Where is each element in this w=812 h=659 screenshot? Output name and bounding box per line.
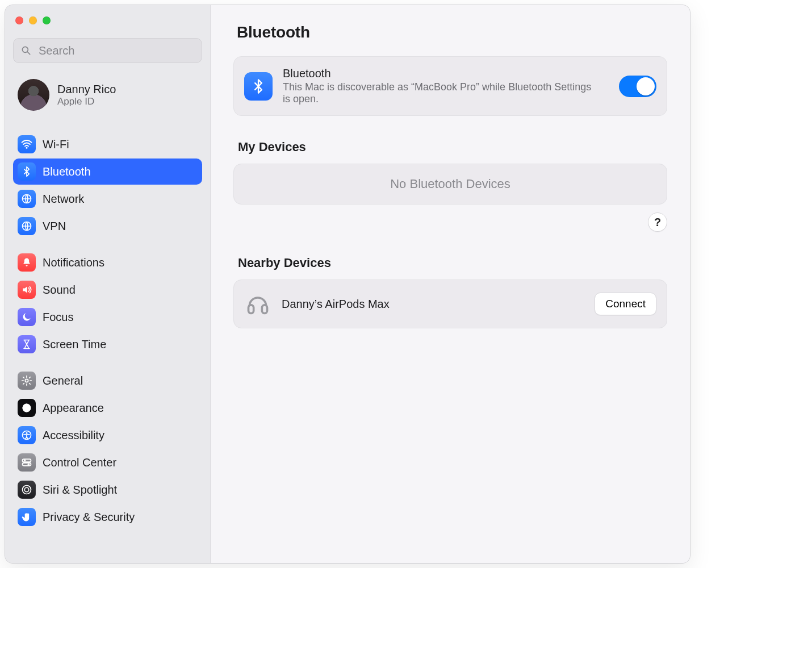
search-field[interactable]	[13, 38, 202, 63]
sidebar-item-label: Network	[43, 193, 198, 206]
sidebar-item-label: Wi-Fi	[43, 138, 198, 151]
sidebar-item-label: Focus	[43, 311, 198, 324]
sidebar-item-screen-time[interactable]: Screen Time	[13, 331, 202, 357]
bluetooth-status-card: Bluetooth This Mac is discoverable as “M…	[233, 56, 667, 116]
help-button[interactable]: ?	[648, 212, 667, 232]
bluetooth-icon	[244, 72, 273, 101]
siri-icon	[18, 481, 36, 499]
apple-id-account[interactable]: Danny Rico Apple ID	[13, 69, 202, 121]
sidebar-item-appearance[interactable]: Appearance	[13, 395, 202, 421]
sidebar-item-privacy-security[interactable]: Privacy & Security	[13, 504, 202, 530]
minimize-window-button[interactable]	[29, 16, 37, 24]
sidebar-item-notifications[interactable]: Notifications	[13, 249, 202, 276]
sidebar-item-label: General	[43, 374, 198, 387]
sidebar-item-label: Sound	[43, 283, 198, 297]
sidebar-item-label: Bluetooth	[43, 165, 198, 178]
sidebar-item-control-center[interactable]: Control Center	[13, 449, 202, 476]
bluetooth-icon	[18, 162, 36, 181]
bell-icon	[18, 253, 36, 272]
appearance-icon	[18, 399, 36, 417]
search-input[interactable]	[37, 44, 195, 58]
nearby-devices-heading: Nearby Devices	[238, 256, 663, 270]
sidebar-item-general[interactable]: General	[13, 368, 202, 394]
sidebar-item-label: Screen Time	[43, 338, 198, 351]
bluetooth-heading: Bluetooth	[283, 67, 609, 80]
toggle-knob	[637, 77, 655, 95]
bluetooth-description: This Mac is discoverable as “MacBook Pro…	[283, 81, 601, 105]
close-window-button[interactable]	[15, 16, 23, 24]
page-title: Bluetooth	[237, 23, 665, 41]
sidebar-item-accessibility[interactable]: Accessibility	[13, 422, 202, 448]
sidebar-item-siri-spotlight[interactable]: Siri & Spotlight	[13, 477, 202, 503]
main-panel: Bluetooth Bluetooth This Mac is discover…	[211, 5, 690, 563]
connect-button[interactable]: Connect	[595, 293, 656, 315]
nearby-devices-list: Danny’s AirPods Max Connect	[233, 280, 667, 328]
sidebar-item-label: VPN	[43, 220, 198, 233]
settings-window: Danny Rico Apple ID Wi-Fi Bluetooth Netw…	[5, 5, 690, 564]
avatar	[18, 79, 49, 111]
sidebar-group-system: General Appearance Accessibility Control…	[13, 368, 202, 530]
sidebar-group-network: Wi-Fi Bluetooth Network VPN	[13, 131, 202, 239]
my-devices-heading: My Devices	[238, 140, 663, 155]
sidebar-item-sound[interactable]: Sound	[13, 277, 202, 303]
sidebar-item-label: Siri & Spotlight	[43, 483, 198, 497]
sidebar-item-vpn[interactable]: VPN	[13, 213, 202, 239]
account-name: Danny Rico	[57, 83, 116, 96]
my-devices-empty: No Bluetooth Devices	[233, 164, 667, 205]
sidebar-item-label: Control Center	[43, 456, 198, 469]
hourglass-icon	[18, 335, 36, 353]
sidebar-item-label: Accessibility	[43, 429, 198, 442]
search-icon	[20, 45, 32, 56]
wifi-icon	[18, 135, 36, 153]
sidebar-item-label: Privacy & Security	[43, 511, 198, 524]
globe-icon	[18, 190, 36, 208]
sidebar-item-network[interactable]: Network	[13, 186, 202, 212]
globe-icon	[18, 217, 36, 235]
sidebar-item-wifi[interactable]: Wi-Fi	[13, 131, 202, 157]
sidebar-group-alerts: Notifications Sound Focus Screen Time	[13, 249, 202, 357]
headphones-icon	[244, 290, 271, 318]
sound-icon	[18, 281, 36, 299]
switches-icon	[18, 453, 36, 472]
sidebar: Danny Rico Apple ID Wi-Fi Bluetooth Netw…	[5, 5, 211, 563]
bluetooth-toggle[interactable]	[619, 76, 656, 97]
nearby-device-row: Danny’s AirPods Max Connect	[234, 280, 667, 328]
accessibility-icon	[18, 426, 36, 444]
gear-icon	[18, 372, 36, 390]
window-controls	[13, 13, 202, 32]
sidebar-item-bluetooth[interactable]: Bluetooth	[13, 159, 202, 185]
moon-icon	[18, 308, 36, 326]
hand-icon	[18, 508, 36, 526]
account-sub: Apple ID	[57, 96, 116, 107]
zoom-window-button[interactable]	[43, 16, 51, 24]
sidebar-item-focus[interactable]: Focus	[13, 304, 202, 330]
sidebar-item-label: Notifications	[43, 256, 198, 269]
nearby-device-name: Danny’s AirPods Max	[282, 298, 584, 311]
sidebar-item-label: Appearance	[43, 402, 198, 415]
